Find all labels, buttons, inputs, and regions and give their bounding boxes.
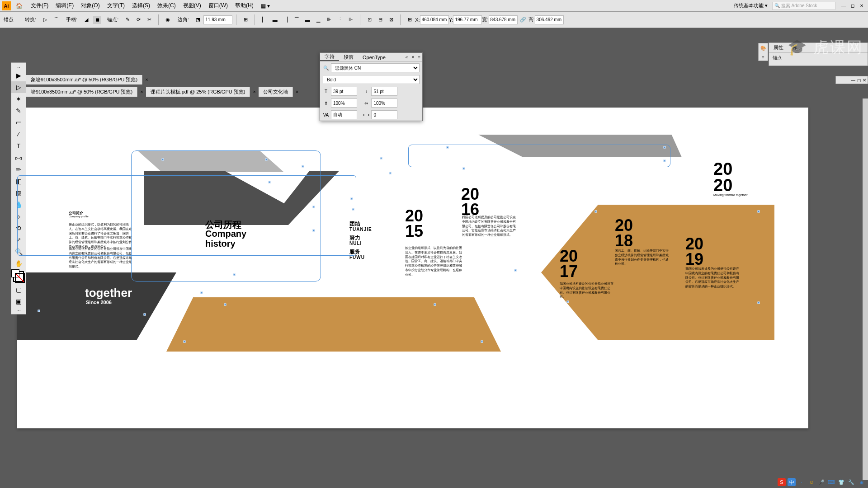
hscale-input[interactable] [371, 99, 397, 108]
handle-hide-icon[interactable]: ◼ [93, 16, 101, 24]
swatch-icon[interactable]: 🎨 [759, 43, 768, 52]
text-nuli-p[interactable]: NULI [349, 241, 362, 246]
shape-brown-bottom[interactable] [166, 297, 501, 352]
emoji-icon[interactable]: ☺ [807, 478, 816, 486]
keyboard-icon[interactable]: ⌨ [827, 478, 835, 486]
char-tab-opentype[interactable]: OpenType [358, 55, 390, 60]
year-2017[interactable]: 20 17 [560, 249, 578, 279]
hand-tool[interactable]: ✋ [11, 258, 26, 269]
text-fuwu-p[interactable]: FUWU [349, 255, 365, 260]
align-top-icon[interactable]: ▔ [292, 16, 301, 24]
text-history-en2[interactable]: history [205, 239, 236, 249]
rotate-tool[interactable]: ⟲ [11, 222, 26, 234]
doc-tab-2-close[interactable]: × [250, 89, 258, 94]
tools-icon[interactable]: 🔧 [847, 478, 855, 486]
doc-tab-1-close[interactable]: × [137, 89, 146, 94]
shape-mode-icon[interactable]: ⊡ [365, 16, 373, 24]
doc-tab-0[interactable]: 象墙9100x3500mm.ai* @ 50% (RGB/GPU 预览) [26, 75, 142, 84]
dist-h-icon[interactable]: ⊪ [325, 16, 333, 24]
mic-icon[interactable]: 🎤 [817, 478, 826, 486]
lang-icon[interactable]: 中 [788, 478, 796, 486]
font-size-input[interactable] [331, 87, 357, 96]
paintbrush-tool[interactable]: ⁄ [11, 128, 26, 140]
align-vcenter-icon[interactable]: ▬ [303, 16, 311, 24]
handle-show-icon[interactable]: ◢ [82, 16, 90, 24]
menu-edit[interactable]: 编辑(E) [52, 2, 77, 9]
menu-file[interactable]: 文件(F) [27, 2, 52, 9]
pb-2018[interactable]: 国营工、商、建筑、运输等部门中实行独立经济核算的经营管理组织和某些城市中按行业划… [615, 249, 669, 266]
isolate-icon[interactable]: ◉ [164, 16, 172, 24]
direct-selection-tool[interactable]: ▷ [11, 81, 26, 93]
workspace-switcher[interactable]: 传统基本功能 ▾ [729, 2, 772, 9]
pb-2017[interactable]: 我国公司法所提及的公司是指公司设在中国境内设立的依法设立有限责任公司。包括有限责… [560, 282, 614, 299]
font-search-icon[interactable]: 🔍 [323, 66, 329, 70]
fill-stroke-swatch[interactable] [13, 271, 24, 282]
text-history-en1[interactable]: Company [205, 229, 246, 239]
panel-collapse-icon[interactable]: « [404, 55, 410, 60]
gradient-tool[interactable]: ▨ [11, 187, 26, 199]
text-together[interactable]: together [85, 286, 132, 300]
eyedropper-tool[interactable]: 💧 [11, 199, 26, 211]
grid-icon[interactable]: ⊞ [857, 478, 865, 486]
menu-select[interactable]: 选择(S) [128, 2, 154, 9]
text-body2[interactable]: 我国公司法所提及的公司是指公司设在中国境内设立的有限责任公司和股份有限公司。包括… [69, 247, 132, 269]
corner-widget-icon[interactable]: ⬔ [194, 16, 202, 24]
ime-icon[interactable]: S [778, 478, 786, 486]
doc-tab-2[interactable]: 课程片头模板.pdf @ 25% (RGB/GPU 预览) [146, 87, 250, 97]
selection-tool[interactable]: ▶ [11, 70, 26, 81]
tracking-input[interactable] [371, 110, 397, 119]
canvas[interactable]: 公司简介 Company profile 按企业的组织形式，以盈利为目的的社团法… [4, 99, 863, 480]
connect-path-icon[interactable]: ⟳ [134, 16, 142, 24]
doc-tab-3-close[interactable]: × [293, 89, 301, 94]
year-2019[interactable]: 20 19 [685, 236, 703, 267]
link-wh-icon[interactable]: 🔗 [519, 16, 527, 24]
panel-dock-strip[interactable]: 🎨 ≡ [758, 43, 768, 61]
transform-ref-icon[interactable]: ⊞ [406, 16, 414, 24]
leading-input[interactable] [371, 87, 397, 96]
kerning-input[interactable] [331, 110, 357, 119]
dist-spacing-icon[interactable]: ⊪ [347, 16, 355, 24]
lasso-tool[interactable]: ✎ [11, 105, 26, 117]
remove-anchor-icon[interactable]: ✎ [123, 16, 132, 24]
maximize-icon[interactable]: ◻ [848, 2, 857, 9]
home-icon[interactable]: 🏠 [14, 1, 24, 10]
magic-wand-tool[interactable]: ✶ [11, 93, 26, 105]
reflect-tool[interactable]: ▹◃ [11, 152, 26, 164]
year-2020[interactable]: 20 20 [713, 161, 732, 193]
min-icon[interactable]: — [851, 78, 855, 83]
pb-2016[interactable]: 我国公司法所提及的公司是指公司设在中国境内设立的有限责任公司和股份有限公司。包括… [462, 215, 516, 237]
shape-gray-top-right[interactable] [478, 135, 682, 157]
convert-smooth-icon[interactable]: ⌒ [52, 16, 60, 24]
align-left-icon[interactable]: ▏ [260, 16, 268, 24]
font-weight-select[interactable]: Bold [323, 75, 420, 84]
text-tuanjie-p[interactable]: TUANJIE [349, 227, 372, 232]
panel-menu-icon[interactable]: ≡ [416, 55, 422, 60]
panel-close-icon[interactable]: × [410, 55, 416, 60]
align-artboard-icon[interactable]: ⊞ [241, 16, 250, 24]
text-body1[interactable]: 按企业的组织形式，以盈利为目的的社团法人。在资本主义社会获得高度发展。我国在建国… [69, 222, 132, 249]
eraser-tool[interactable]: ◧ [11, 175, 26, 187]
font-family-select[interactable]: 思源黑体 CN [331, 63, 420, 72]
text-since[interactable]: Since 2006 [86, 300, 112, 305]
layers-icon[interactable]: ≡ [759, 52, 768, 61]
minimize-icon[interactable]: — [839, 2, 848, 9]
menu-window[interactable]: 窗口(W) [205, 2, 231, 9]
align-right-icon[interactable]: ▕ [282, 16, 290, 24]
restore-icon[interactable]: ◻ [857, 78, 861, 83]
screen-mode-icon[interactable]: ▣ [11, 296, 26, 307]
w-input[interactable] [489, 15, 518, 24]
cut-path-icon[interactable]: ✂ [145, 16, 153, 24]
blob-brush-tool[interactable]: ✏ [11, 164, 26, 175]
zoom-tool[interactable]: 🔍 [11, 246, 26, 258]
drawing-mode-icon[interactable]: ▢ [11, 284, 26, 296]
pb-2019[interactable]: 我国公司法所提及的公司是指公司设在中国境内设立的有限责任公司和股份有限公司。包括… [685, 267, 740, 289]
align-hcenter-icon[interactable]: ▬ [271, 16, 279, 24]
x-input[interactable] [420, 15, 449, 24]
right-tab-properties[interactable]: 属性 [769, 43, 788, 52]
menu-text[interactable]: 文字(T) [104, 2, 128, 9]
menu-effect[interactable]: 效果(C) [154, 2, 179, 9]
h-input[interactable] [535, 15, 564, 24]
close-panel-icon[interactable]: ✕ [863, 78, 866, 83]
shape-mode2-icon[interactable]: ⊟ [376, 16, 384, 24]
doc-tab-3[interactable]: 公司文化墙 [259, 87, 293, 97]
